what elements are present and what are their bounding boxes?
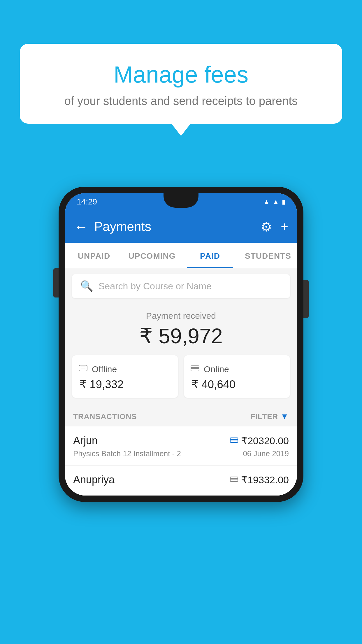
transaction-amount-arjun: ₹20320.00 bbox=[241, 435, 289, 447]
payment-summary: Payment received ₹ 59,972 bbox=[65, 302, 297, 405]
app-bar-icons: ⚙ + bbox=[261, 219, 288, 234]
online-amount: ₹ 40,640 bbox=[190, 378, 284, 391]
speech-bubble: Manage fees of your students and send re… bbox=[20, 44, 342, 124]
transaction-date-arjun: 06 June 2019 bbox=[243, 449, 289, 458]
offline-label: Offline bbox=[92, 364, 117, 374]
app-title: Payments bbox=[94, 219, 255, 234]
tab-upcoming[interactable]: UPCOMING bbox=[123, 243, 181, 268]
tab-paid[interactable]: PAID bbox=[181, 243, 239, 268]
app-bar: ← Payments ⚙ + bbox=[65, 211, 297, 243]
svg-rect-7 bbox=[230, 477, 238, 482]
transaction-top-arjun: Arjun ₹20320.00 bbox=[73, 435, 289, 447]
payment-cards: Offline ₹ 19,332 bbox=[72, 355, 290, 398]
status-time: 14:29 bbox=[77, 197, 97, 206]
signal-icon: ▲ bbox=[273, 198, 279, 206]
manage-fees-title: Manage fees bbox=[34, 61, 328, 88]
offline-payment-icon bbox=[230, 475, 238, 484]
transaction-top-anupriya: Anupriya ₹19332.00 bbox=[73, 474, 289, 486]
filter-label: FILTER bbox=[250, 412, 278, 421]
manage-fees-subtitle: of your students and send receipts to pa… bbox=[34, 94, 328, 108]
online-icon bbox=[190, 363, 200, 375]
online-card: Online ₹ 40,640 bbox=[184, 355, 290, 398]
tab-unpaid[interactable]: UNPAID bbox=[65, 243, 123, 268]
table-row[interactable]: Anupriya ₹19332.00 bbox=[65, 466, 297, 496]
status-icons: ▲ ▲ ▮ bbox=[263, 198, 285, 206]
search-icon: 🔍 bbox=[80, 280, 93, 292]
transactions-header: TRANSACTIONS FILTER ▼ bbox=[65, 405, 297, 426]
search-input[interactable]: Search by Course or Name bbox=[99, 281, 212, 292]
phone-screen: 14:29 ▲ ▲ ▮ ← Payments ⚙ + UNPAID bbox=[65, 193, 297, 496]
search-bar-container: 🔍 Search by Course or Name bbox=[65, 268, 297, 302]
offline-amount: ₹ 19,332 bbox=[78, 378, 172, 391]
transactions-label: TRANSACTIONS bbox=[73, 412, 137, 421]
add-icon[interactable]: + bbox=[281, 219, 288, 234]
transaction-amount-wrap-anupriya: ₹19332.00 bbox=[230, 474, 289, 486]
status-bar: 14:29 ▲ ▲ ▮ bbox=[65, 193, 297, 211]
offline-card-top: Offline bbox=[78, 363, 172, 375]
settings-icon[interactable]: ⚙ bbox=[261, 219, 272, 234]
transaction-name-arjun: Arjun bbox=[73, 435, 98, 447]
svg-rect-6 bbox=[230, 439, 238, 440]
tabs-bar: UNPAID UPCOMING PAID STUDENTS bbox=[65, 243, 297, 268]
transaction-bottom-arjun: Physics Batch 12 Installment - 2 06 June… bbox=[73, 449, 289, 458]
offline-card: Offline ₹ 19,332 bbox=[72, 355, 178, 398]
offline-icon bbox=[78, 363, 88, 375]
table-row[interactable]: Arjun ₹20320.00 Physics Batch 12 Install… bbox=[65, 426, 297, 466]
transaction-amount-anupriya: ₹19332.00 bbox=[241, 474, 289, 486]
payment-received-label: Payment received bbox=[72, 311, 290, 321]
transaction-name-anupriya: Anupriya bbox=[73, 474, 115, 486]
back-button[interactable]: ← bbox=[74, 218, 88, 235]
phone-container: 14:29 ▲ ▲ ▮ ← Payments ⚙ + UNPAID bbox=[59, 187, 303, 502]
phone-notch bbox=[164, 193, 198, 208]
online-payment-icon bbox=[230, 436, 238, 445]
filter-icon: ▼ bbox=[280, 412, 289, 421]
svg-rect-4 bbox=[191, 367, 199, 369]
tab-students[interactable]: STUDENTS bbox=[239, 243, 297, 268]
online-card-top: Online bbox=[190, 363, 284, 375]
speech-bubble-container: Manage fees of your students and send re… bbox=[20, 44, 342, 124]
payment-total-amount: ₹ 59,972 bbox=[72, 324, 290, 348]
wifi-icon: ▲ bbox=[263, 198, 270, 206]
online-label: Online bbox=[204, 364, 229, 374]
transaction-amount-wrap-arjun: ₹20320.00 bbox=[230, 435, 289, 447]
transaction-detail-arjun: Physics Batch 12 Installment - 2 bbox=[73, 449, 181, 458]
battery-icon: ▮ bbox=[282, 198, 285, 206]
filter-button[interactable]: FILTER ▼ bbox=[250, 412, 289, 421]
search-bar[interactable]: 🔍 Search by Course or Name bbox=[72, 274, 290, 298]
phone-outer: 14:29 ▲ ▲ ▮ ← Payments ⚙ + UNPAID bbox=[59, 187, 303, 502]
